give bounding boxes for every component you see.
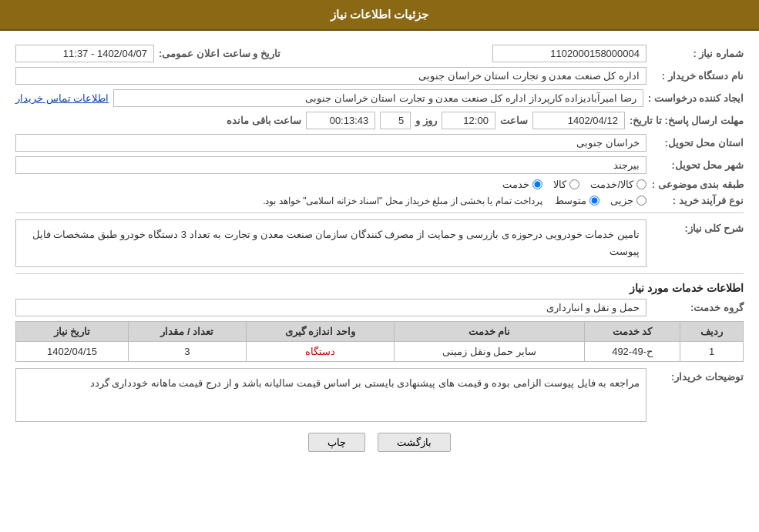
response-time-label: ساعت [500, 115, 528, 126]
response-deadline-row: مهلت ارسال پاسخ: تا تاریخ: 1402/04/12 سا… [15, 112, 744, 129]
buyer-notes-row: توضیحات خریدار: مراجعه به فایل پیوست الز… [15, 368, 744, 422]
cell-name-0: سایر حمل ونقل زمینی [395, 342, 585, 362]
response-time: 12:00 [442, 112, 495, 129]
page-title: جزئیات اطلاعات نیاز [331, 8, 428, 21]
col-header-code: کد خدمت [584, 322, 680, 342]
need-number-row: شماره نیاز : 1102000158000004 تاریخ و سا… [15, 45, 744, 62]
remaining-label: ساعت باقی مانده [227, 115, 301, 126]
cell-date-0: 1402/04/15 [16, 342, 129, 362]
purchase-option-minor-label: جزیی [610, 195, 633, 206]
cell-unit-0: دستگاه [246, 342, 394, 362]
purchase-type-row: نوع فرآیند خرید : متوسط جزیی پرداخت تمام… [15, 195, 744, 206]
delivery-city-label: شهر محل تحویل: [651, 159, 744, 171]
need-number-value: 1102000158000004 [492, 45, 646, 62]
purchase-option-minor: جزیی [610, 195, 646, 206]
back-button[interactable]: بازگشت [378, 433, 451, 452]
purchase-type-options: متوسط جزیی [555, 195, 646, 206]
purchase-note: پرداخت تمام یا بخشی از مبلغ خریداز محل "… [263, 196, 542, 206]
page-header: جزئیات اطلاعات نیاز [0, 0, 759, 31]
category-row: طبقه بندی موضوعی : خدمت کالا کالا/خدمت [15, 179, 744, 190]
buyer-notes-label: توضیحات خریدار: [651, 368, 744, 383]
buyer-org-value: اداره کل صنعت معدن و تجارت استان خراسان … [15, 67, 646, 85]
category-option-both-label: کالا/خدمت [590, 179, 633, 190]
purchase-type-label: نوع فرآیند خرید : [651, 195, 744, 206]
need-number-label: شماره نیاز : [651, 48, 744, 59]
footer-buttons: بازگشت چاپ [15, 433, 744, 452]
cell-code-0: ح-49-492 [584, 342, 680, 362]
delivery-province-row: استان محل تحویل: خراسان جنوبی [15, 134, 744, 152]
table-row: 1 ح-49-492 سایر حمل ونقل زمینی دستگاه 3 … [16, 342, 744, 362]
category-option-goods-label: کالا [553, 179, 566, 190]
purchase-option-medium: متوسط [555, 195, 599, 206]
service-group-label: گروه خدمت: [651, 302, 744, 313]
description-label: شرح کلی نیاز: [651, 219, 744, 234]
category-radio-service[interactable] [532, 179, 542, 189]
buyer-notes-text: مراجعه به فایل پیوست الزامی بوده و قیمت … [15, 368, 646, 422]
print-button[interactable]: چاپ [308, 433, 365, 452]
page-content: شماره نیاز : 1102000158000004 تاریخ و سا… [0, 31, 759, 470]
contact-link[interactable]: اطلاعات تماس خریدار [15, 92, 109, 104]
announce-datetime-value: 1402/04/07 - 11:37 [15, 45, 154, 62]
buyer-org-label: نام دستگاه خریدار : [651, 70, 744, 82]
table-header-row: ردیف کد خدمت نام خدمت واحد اندازه گیری ت… [16, 322, 744, 342]
service-info-title: اطلاعات خدمات مورد نیاز [15, 282, 744, 294]
delivery-city-value: بیرجند [15, 156, 646, 174]
col-header-name: نام خدمت [395, 322, 585, 342]
services-table: ردیف کد خدمت نام خدمت واحد اندازه گیری ت… [15, 321, 744, 362]
category-option-service-label: خدمت [502, 179, 529, 190]
category-radio-goods[interactable] [569, 179, 579, 189]
table-body: 1 ح-49-492 سایر حمل ونقل زمینی دستگاه 3 … [16, 342, 744, 362]
response-date: 1402/04/12 [532, 112, 625, 129]
buyer-org-row: نام دستگاه خریدار : اداره کل صنعت معدن و… [15, 67, 744, 85]
divider-2 [15, 273, 744, 274]
delivery-province-value: خراسان جنوبی [15, 134, 646, 152]
category-option-goods: کالا [553, 179, 579, 190]
col-header-unit: واحد اندازه گیری [246, 322, 394, 342]
service-group-value: حمل و نقل و انبارداری [15, 299, 646, 316]
category-radio-both[interactable] [636, 179, 646, 189]
description-text: تامین خدمات خودرویی درحوزه ی بازرسی و حم… [15, 219, 646, 267]
service-group-row: گروه خدمت: حمل و نقل و انبارداری [15, 299, 744, 316]
category-option-both: کالا/خدمت [590, 179, 646, 190]
col-header-row: ردیف [680, 322, 744, 342]
divider-1 [15, 212, 744, 213]
delivery-city-row: شهر محل تحویل: بیرجند [15, 156, 744, 174]
cell-row-0: 1 [680, 342, 744, 362]
remaining-time: 00:13:43 [306, 112, 375, 129]
response-days: 5 [380, 112, 411, 129]
category-options: خدمت کالا کالا/خدمت [502, 179, 646, 190]
purchase-option-medium-label: متوسط [555, 195, 586, 206]
col-header-date: تاریخ نیاز [16, 322, 129, 342]
response-deadline-label: مهلت ارسال پاسخ: تا تاریخ: [630, 115, 744, 126]
cell-quantity-0: 3 [129, 342, 247, 362]
category-option-service: خدمت [502, 179, 542, 190]
creator-row: ایجاد کننده درخواست : رضا امیرآبادیزاده … [15, 89, 744, 107]
col-header-quantity: تعداد / مقدار [129, 322, 247, 342]
description-row: شرح کلی نیاز: تامین خدمات خودرویی درحوزه… [15, 219, 744, 267]
creator-label: ایجاد کننده درخواست : [648, 92, 744, 104]
creator-value: رضا امیرآبادیزاده کارپرداز اداره کل صنعت… [113, 89, 643, 107]
announce-datetime-label: تاریخ و ساعت اعلان عمومی: [159, 48, 280, 59]
page-wrapper: جزئیات اطلاعات نیاز شماره نیاز : 1102000… [0, 0, 759, 532]
purchase-radio-medium[interactable] [589, 196, 599, 206]
category-label: طبقه بندی موضوعی : [651, 179, 744, 190]
delivery-province-label: استان محل تحویل: [651, 137, 744, 149]
purchase-radio-minor[interactable] [636, 196, 646, 206]
response-days-label: روز و [415, 115, 437, 126]
